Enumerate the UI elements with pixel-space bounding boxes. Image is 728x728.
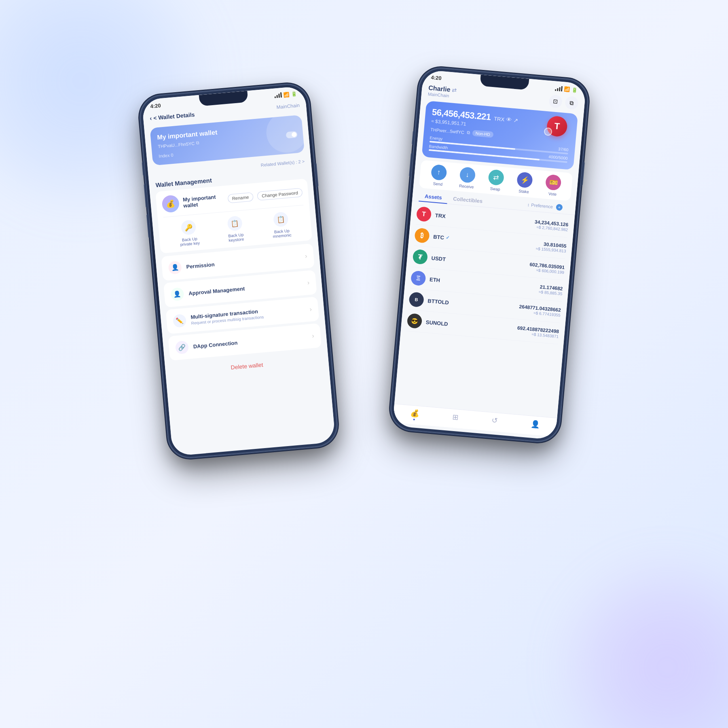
energy-value: 37/60 (558, 147, 569, 152)
receive-button[interactable]: ↓ Receive (459, 167, 476, 189)
swap-icon: ⇄ (488, 169, 504, 186)
nav-title: < Wallet Details (153, 111, 195, 121)
stake-icon: ⚡ (516, 171, 533, 188)
scan-qr-button[interactable]: ⊡ (548, 94, 563, 108)
eth-name: ETH (430, 276, 540, 292)
permission-text: Permission (186, 254, 301, 270)
side-btn-right-phone-right (581, 161, 585, 186)
preference-label: Preference (531, 202, 553, 209)
approval-chevron: › (307, 279, 310, 286)
screen-left: ‹ < Wallet Details MainChain My importan… (143, 98, 335, 453)
side-btn-left-top (142, 161, 145, 176)
signal-bar-4 (280, 92, 282, 97)
multisig-text: Multi-signature transaction Request or p… (190, 304, 305, 326)
change-password-button[interactable]: Change Password (257, 188, 303, 201)
eth-icon: Ξ (411, 270, 426, 286)
nav-back-btn[interactable]: ‹ < Wallet Details (149, 111, 195, 122)
sort-icon: ↕ (527, 202, 530, 207)
tab-spacer (488, 202, 521, 205)
dapp-chevron: › (312, 332, 315, 339)
copy-addr-icon[interactable]: ⧉ (466, 130, 470, 135)
bottom-nav-history[interactable]: ↺ (491, 416, 498, 427)
approval-label: Approval Management (188, 280, 303, 296)
battery-icon: 🔋 (291, 91, 297, 97)
permission-chevron: › (305, 252, 307, 260)
nav-chain-label: MainChain (276, 102, 300, 110)
backup-private-key[interactable]: 🔑 Back Upprivate key (178, 219, 200, 247)
bottom-nav-assets[interactable]: 💰 (410, 408, 419, 421)
signal-bar-r2 (557, 88, 559, 91)
stake-button[interactable]: ⚡ Stake (516, 171, 533, 194)
header-icons: ⊡ ⧉ (548, 94, 579, 110)
wallet-toggle[interactable] (286, 131, 297, 138)
multisig-icon: ✏️ (173, 314, 187, 328)
balance-card: T 56,456,453.221 TRX 👁 ↗ ≈ $3,951,951.71… (421, 101, 578, 170)
tab-assets[interactable]: Assets (419, 190, 448, 203)
private-key-icon: 🔑 (181, 220, 197, 235)
signal-bar-3 (278, 94, 280, 98)
tab-collectibles[interactable]: Collectibles (447, 193, 489, 207)
btc-verified-icon: ✓ (445, 235, 449, 241)
status-icons-left: 📶 🔋 (274, 91, 297, 98)
backup-keystore-label: Back Upkeystore (228, 233, 244, 243)
usdt-icon: ₮ (412, 249, 428, 265)
stake-label: Stake (518, 189, 529, 194)
signal-bar-r3 (559, 87, 561, 91)
usdt-values: 602,786.035091 ≈$ 606,000.199 (529, 261, 565, 274)
signal-bars-left (274, 92, 282, 98)
backup-mnemonic[interactable]: 📋 Back Upmnemonic (271, 211, 292, 239)
time-left: 4:20 (150, 102, 161, 109)
balance-ticker: TRX (494, 116, 505, 123)
swap-arrows-icon[interactable]: ⇄ (452, 87, 457, 93)
swap-label: Swap (490, 186, 500, 192)
side-btn-right-left-phone (314, 163, 318, 187)
asset-list: T TRX 34,234,453.126 ≈$ 2,760,842.982 ₿ … (394, 203, 575, 418)
dapp-text: DApp Connection (193, 333, 307, 349)
usdt-name: USDT (431, 255, 530, 269)
management-card: 💰 My important wallet Rename Change Pass… (155, 178, 312, 253)
add-asset-icon[interactable]: + (556, 203, 563, 210)
preference-btn[interactable]: ↕ Preference + (521, 201, 569, 213)
mnemonic-icon: 📋 (273, 212, 289, 227)
signal-bar-2 (276, 95, 278, 98)
backup-mnemonic-label: Back Upmnemonic (272, 228, 292, 239)
dapp-icon: 🔗 (175, 341, 189, 355)
screen-right: Charlie ⇄ MainChain ⊡ ⧉ T (393, 82, 585, 437)
bg-decoration-2 (566, 566, 728, 728)
send-icon: ↑ (430, 164, 447, 181)
swap-button[interactable]: ⇄ Swap (487, 169, 504, 192)
btc-icon: ₿ (414, 228, 430, 243)
trx-icon: T (416, 206, 432, 222)
eth-values: 21.174682 ≈$ 85,885.35 (539, 284, 563, 296)
keystore-icon: 📋 (227, 216, 243, 231)
copy-icon[interactable]: ⧉ (196, 140, 200, 146)
bottom-nav-market[interactable]: ⊞ (452, 413, 459, 424)
btt-values: 2648771.04328662 ≈$ 6.77419355 (518, 303, 561, 317)
bottom-nav-profile[interactable]: 👤 (530, 419, 540, 432)
rename-button[interactable]: Rename (227, 192, 254, 203)
sun-values: 692.418878222498 ≈$ 13.5483871 (517, 325, 559, 339)
multisig-chevron: › (309, 306, 312, 313)
permission-icon: 👤 (168, 260, 182, 275)
send-button[interactable]: ↑ Send (430, 164, 447, 187)
visibility-icon[interactable]: 👁 (506, 116, 512, 123)
scan-button[interactable]: ⧉ (565, 96, 579, 110)
receive-label: Receive (459, 184, 474, 189)
vote-icon: 🎫 (545, 174, 562, 191)
phones-container: 4:20 📶 🔋 ‹ < Walle (142, 40, 586, 688)
wallet-avatar: 💰 (161, 195, 180, 213)
energy-label: Energy (430, 135, 443, 141)
send-label: Send (433, 181, 442, 186)
signal-bar-r4 (561, 86, 563, 91)
receive-icon: ↓ (459, 167, 476, 183)
backup-keystore[interactable]: 📋 Back Upkeystore (226, 216, 244, 243)
vote-label: Vote (548, 191, 557, 197)
vote-button[interactable]: 🎫 Vote (545, 174, 562, 197)
market-nav-icon: ⊞ (452, 413, 459, 422)
expand-icon[interactable]: ↗ (513, 117, 518, 124)
phone-left: 4:20 📶 🔋 ‹ < Walle (138, 82, 339, 459)
sun-name: SUNOLD (425, 319, 517, 333)
sun-icon: 😎 (407, 313, 423, 329)
signal-bar-1 (275, 96, 276, 98)
balance-address: THPwer...5wtfYC (430, 127, 464, 135)
